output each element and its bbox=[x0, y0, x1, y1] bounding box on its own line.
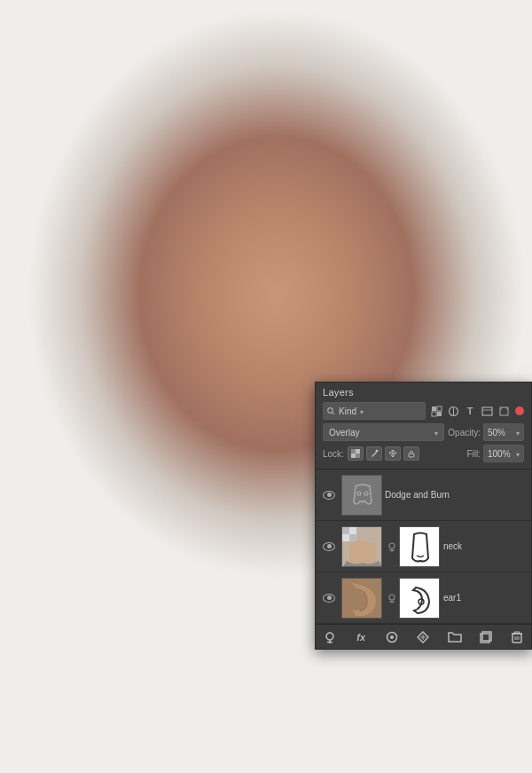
svg-point-34 bbox=[326, 633, 333, 640]
fill-chevron bbox=[516, 449, 520, 459]
footer-new-layer-icon[interactable] bbox=[477, 628, 495, 646]
svg-point-24 bbox=[389, 543, 395, 548]
smart-filter-icon[interactable] bbox=[497, 404, 511, 418]
layer-name-dodge-burn: Dodge and Burn bbox=[385, 490, 526, 500]
footer-fx-icon[interactable]: fx bbox=[352, 628, 370, 646]
blend-chevron bbox=[434, 428, 438, 438]
svg-rect-20 bbox=[342, 527, 349, 534]
fill-value-text: 100% bbox=[488, 449, 511, 459]
layer-item-ear1[interactable]: ear1 bbox=[316, 572, 531, 624]
svg-rect-22 bbox=[342, 534, 349, 541]
footer-delete-icon[interactable] bbox=[508, 628, 526, 646]
svg-rect-21 bbox=[349, 527, 356, 534]
panel-title: Layers bbox=[323, 387, 524, 398]
dodge-burn-preview bbox=[342, 476, 382, 516]
lock-image-button[interactable] bbox=[366, 446, 382, 461]
layer-thumb-dodge-burn bbox=[341, 475, 382, 516]
opacity-chevron bbox=[516, 428, 520, 438]
layer-link-ear1 bbox=[387, 593, 397, 603]
opacity-label: Opacity: bbox=[448, 428, 481, 438]
filter-row: Kind bbox=[323, 402, 524, 420]
svg-rect-45 bbox=[514, 632, 519, 634]
eye-icon-ear1 bbox=[323, 594, 335, 603]
pixel-filter-icon[interactable] bbox=[429, 404, 443, 418]
svg-rect-2 bbox=[432, 406, 436, 411]
layer-thumb-neck-mask bbox=[399, 526, 440, 567]
footer-link-icon[interactable] bbox=[321, 628, 339, 646]
svg-rect-3 bbox=[437, 406, 442, 411]
layer-item-neck[interactable]: neck bbox=[316, 521, 531, 572]
blend-mode-dropdown[interactable]: Overlay bbox=[323, 423, 444, 441]
opacity-group: Opacity: 50% bbox=[448, 423, 524, 441]
layer-name-neck: neck bbox=[443, 541, 526, 551]
layers-list: Dodge and Burn bbox=[316, 469, 531, 624]
adjustment-filter-icon[interactable] bbox=[446, 404, 460, 418]
opacity-input[interactable]: 50% bbox=[483, 423, 524, 441]
layer-visibility-ear1[interactable] bbox=[321, 594, 337, 603]
layer-item-dodge-burn[interactable]: Dodge and Burn bbox=[316, 469, 531, 521]
kind-filter-dropdown[interactable]: Kind bbox=[323, 402, 426, 420]
footer-mask-icon[interactable] bbox=[383, 628, 401, 646]
svg-rect-10 bbox=[351, 449, 356, 454]
svg-rect-7 bbox=[482, 407, 492, 415]
footer-group-icon[interactable] bbox=[446, 628, 464, 646]
svg-rect-12 bbox=[356, 449, 360, 454]
layers-panel: Layers Kind bbox=[315, 382, 532, 650]
layer-visibility-neck[interactable] bbox=[321, 542, 337, 551]
svg-rect-23 bbox=[349, 534, 356, 541]
svg-rect-15 bbox=[409, 454, 414, 457]
filter-active-indicator bbox=[515, 406, 524, 415]
kind-filter-chevron bbox=[360, 406, 364, 416]
lock-position-button[interactable] bbox=[385, 446, 401, 461]
fill-label: Fill: bbox=[466, 449, 481, 459]
blend-opacity-row: Overlay Opacity: 50% bbox=[323, 423, 524, 441]
lock-row: Lock: bbox=[323, 445, 524, 462]
blend-mode-value: Overlay bbox=[329, 428, 359, 438]
svg-point-14 bbox=[375, 450, 378, 453]
svg-rect-4 bbox=[432, 412, 436, 416]
layer-thumb-ear1-image bbox=[341, 578, 382, 619]
svg-point-29 bbox=[389, 595, 395, 600]
lock-icons bbox=[348, 446, 464, 461]
fill-input[interactable]: 100% bbox=[483, 445, 524, 462]
panel-header: Layers Kind bbox=[316, 383, 531, 469]
lock-label: Lock: bbox=[323, 449, 344, 459]
filter-icon-group: T bbox=[429, 404, 524, 418]
kind-filter-label: Kind bbox=[339, 406, 356, 416]
type-filter-icon[interactable]: T bbox=[463, 404, 477, 418]
svg-line-1 bbox=[332, 412, 334, 414]
layer-name-ear1: ear1 bbox=[443, 593, 526, 603]
svg-rect-11 bbox=[356, 454, 360, 458]
layer-thumb-ear1-mask bbox=[399, 578, 440, 619]
shape-filter-icon[interactable] bbox=[480, 404, 494, 418]
eye-icon-neck bbox=[323, 542, 335, 551]
opacity-value-text: 50% bbox=[488, 428, 505, 438]
lock-pixels-button[interactable] bbox=[348, 446, 364, 461]
svg-rect-13 bbox=[351, 454, 356, 458]
svg-rect-16 bbox=[342, 476, 382, 516]
footer-adjustment-icon[interactable] bbox=[414, 628, 432, 646]
layer-thumb-neck-image bbox=[341, 526, 382, 567]
eye-icon-dodge-burn bbox=[323, 491, 335, 500]
svg-rect-5 bbox=[437, 412, 442, 416]
panel-footer: fx bbox=[316, 624, 531, 649]
search-icon bbox=[327, 407, 335, 415]
layer-visibility-dodge-burn[interactable] bbox=[321, 491, 337, 500]
layer-link-neck bbox=[387, 541, 397, 552]
svg-point-38 bbox=[390, 635, 394, 639]
fill-group: Fill: 100% bbox=[466, 445, 524, 462]
lock-all-button[interactable] bbox=[403, 446, 419, 461]
svg-point-0 bbox=[328, 407, 333, 413]
